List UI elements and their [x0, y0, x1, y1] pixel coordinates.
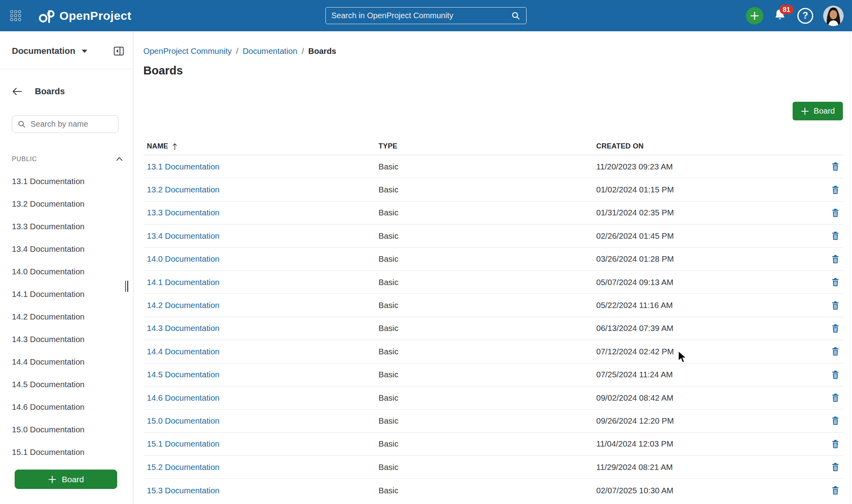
column-header-type[interactable]: TYPE — [375, 142, 593, 150]
board-name-link[interactable]: 13.2 Documentation — [147, 185, 219, 194]
board-type-cell: Basic — [375, 162, 593, 171]
board-name-link[interactable]: 14.1 Documentation — [147, 278, 219, 287]
delete-icon — [831, 416, 840, 426]
delete-board-button[interactable] — [830, 276, 841, 288]
top-header-bar: OpenProject 81 ? — [0, 0, 852, 31]
help-button[interactable]: ? — [797, 8, 813, 24]
delete-board-button[interactable] — [830, 461, 841, 473]
board-name-link[interactable]: 14.5 Documentation — [147, 370, 219, 379]
project-selector-row: Documentation — [12, 43, 124, 59]
table-row: 15.3 Documentation Basic 02/07/2025 10:3… — [143, 479, 843, 502]
sidebar-board-item[interactable]: 13.1 Documentation — [0, 170, 133, 192]
header-actions: 81 ? — [746, 0, 844, 31]
delete-icon — [831, 485, 840, 495]
global-search — [325, 7, 527, 24]
chevron-down-icon[interactable] — [82, 49, 87, 53]
table-row: 14.4 Documentation Basic 07/12/2024 02:4… — [143, 340, 843, 363]
scrollbar-track[interactable] — [850, 31, 850, 504]
column-header-name[interactable]: NAME — [143, 142, 375, 150]
table-row: 15.0 Documentation Basic 09/26/2024 12:2… — [143, 409, 843, 432]
sidebar-add-board-button[interactable]: Board — [15, 470, 117, 489]
delete-board-button[interactable] — [830, 346, 841, 357]
board-created-on-cell: 09/26/2024 12:20 PM — [593, 416, 825, 426]
breadcrumb-link-project[interactable]: Documentation — [243, 46, 297, 56]
board-name-link[interactable]: 13.3 Documentation — [147, 208, 219, 217]
board-name-link[interactable]: 15.0 Documentation — [147, 416, 219, 425]
sidebar-board-item[interactable]: 14.1 Documentation — [0, 283, 133, 305]
board-created-on-cell: 01/02/2024 01:15 PM — [593, 185, 825, 194]
delete-icon — [831, 462, 840, 472]
board-name-link[interactable]: 15.1 Documentation — [147, 439, 219, 448]
delete-board-button[interactable] — [830, 230, 841, 242]
apps-menu-button[interactable] — [6, 7, 25, 25]
sidebar-board-list: 13.1 Documentation 13.2 Documentation 13… — [0, 170, 133, 463]
sidebar-group-public[interactable]: PUBLIC — [12, 154, 123, 164]
sidebar-board-item[interactable]: 13.2 Documentation — [0, 192, 133, 215]
sidebar-resize-handle[interactable] — [125, 281, 130, 292]
table-body: 13.1 Documentation Basic 11/20/2023 09:2… — [143, 155, 843, 502]
board-type-cell: Basic — [375, 208, 593, 217]
collapse-sidebar-button[interactable] — [113, 46, 124, 56]
sidebar-board-item[interactable]: 14.3 Documentation — [0, 328, 133, 350]
board-name-link[interactable]: 13.1 Documentation — [147, 162, 219, 171]
user-avatar[interactable] — [823, 6, 844, 26]
sidebar-board-item[interactable]: 14.6 Documentation — [0, 396, 133, 418]
sidebar-board-item[interactable]: 13.4 Documentation — [0, 238, 133, 260]
table-row: 13.3 Documentation Basic 01/31/2024 02:3… — [143, 202, 843, 224]
notifications-button[interactable]: 81 — [773, 8, 787, 23]
sidebar-board-item[interactable]: 15.0 Documentation — [0, 418, 133, 441]
board-name-link[interactable]: 14.3 Documentation — [147, 323, 219, 333]
sidebar-board-item[interactable]: 14.2 Documentation — [0, 305, 133, 328]
delete-board-button[interactable] — [830, 253, 841, 265]
delete-board-button[interactable] — [830, 438, 841, 450]
column-header-created-on[interactable]: CREATED ON — [593, 142, 825, 150]
delete-board-button[interactable] — [830, 161, 841, 172]
search-icon[interactable] — [511, 11, 521, 21]
back-arrow-icon — [12, 87, 22, 96]
delete-board-button[interactable] — [830, 323, 841, 334]
breadcrumb-separator: / — [302, 46, 304, 56]
project-selector[interactable]: Documentation — [12, 46, 75, 56]
delete-icon — [831, 231, 840, 241]
board-created-on-cell: 11/04/2024 12:03 PM — [593, 439, 825, 449]
board-created-on-cell: 05/07/2024 09:13 AM — [593, 278, 825, 287]
sidebar-board-item[interactable]: 13.3 Documentation — [0, 215, 133, 238]
table-row: 14.3 Documentation Basic 06/13/2024 07:3… — [143, 317, 843, 340]
sidebar-add-board-label: Board — [62, 475, 84, 484]
delete-board-button[interactable] — [830, 300, 841, 311]
openproject-logo[interactable]: OpenProject — [38, 7, 131, 25]
delete-board-button[interactable] — [830, 392, 841, 403]
sidebar-search-input[interactable] — [30, 120, 113, 129]
breadcrumb-link-community[interactable]: OpenProject Community — [143, 46, 232, 56]
board-name-link[interactable]: 14.6 Documentation — [147, 393, 219, 402]
back-button[interactable] — [12, 87, 22, 96]
sidebar-board-item[interactable]: 14.5 Documentation — [0, 373, 133, 396]
board-type-cell: Basic — [375, 462, 593, 472]
board-name-link[interactable]: 14.0 Documentation — [147, 254, 219, 263]
sidebar: Documentation Boards PUBLIC — [0, 31, 133, 504]
board-name-link[interactable]: 14.4 Documentation — [147, 347, 219, 356]
chevron-up-icon[interactable] — [116, 157, 123, 161]
board-created-on-cell: 02/07/2025 10:30 AM — [593, 486, 825, 495]
board-created-on-cell: 11/20/2023 09:23 AM — [593, 162, 825, 171]
delete-board-button[interactable] — [830, 415, 841, 426]
board-name-link[interactable]: 15.2 Documentation — [147, 462, 219, 472]
table-row: 14.6 Documentation Basic 09/02/2024 08:4… — [143, 386, 843, 409]
board-created-on-cell: 09/02/2024 08:42 AM — [593, 393, 825, 403]
delete-board-button[interactable] — [830, 184, 841, 196]
global-search-input[interactable] — [326, 8, 511, 24]
delete-board-button[interactable] — [830, 369, 841, 380]
sidebar-board-item[interactable]: 14.0 Documentation — [0, 260, 133, 283]
delete-icon — [831, 185, 840, 195]
table-row: 14.2 Documentation Basic 05/22/2024 11:1… — [143, 294, 843, 317]
sidebar-board-item[interactable]: 15.1 Documentation — [0, 441, 133, 463]
sidebar-board-item[interactable]: 14.4 Documentation — [0, 350, 133, 373]
add-board-button[interactable]: Board — [793, 102, 843, 120]
quick-add-button[interactable] — [746, 7, 763, 25]
delete-board-button[interactable] — [830, 485, 841, 496]
board-name-link[interactable]: 14.2 Documentation — [147, 300, 219, 310]
board-type-cell: Basic — [375, 278, 593, 287]
delete-board-button[interactable] — [830, 207, 841, 219]
board-name-link[interactable]: 13.4 Documentation — [147, 231, 219, 240]
board-name-link[interactable]: 15.3 Documentation — [147, 486, 219, 495]
